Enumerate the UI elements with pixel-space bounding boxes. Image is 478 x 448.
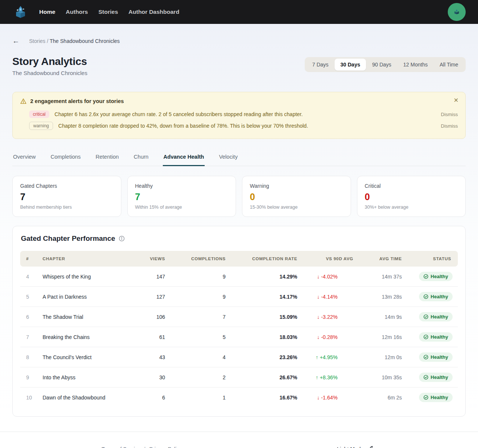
book-flame-icon	[13, 4, 28, 19]
vs-90d-avg-value: ↓ -0.28%	[297, 327, 353, 347]
views-value: 106	[117, 307, 165, 327]
time-range-7-days[interactable]: 7 Days	[306, 59, 335, 71]
tab-retention[interactable]: Retention	[95, 150, 120, 166]
status-label: Healthy	[431, 334, 448, 340]
dark-mode-button[interactable]	[369, 445, 376, 448]
close-icon[interactable]: ✕	[454, 97, 459, 103]
footer-separator: |	[144, 446, 146, 448]
completion-rate-value: 14.17%	[226, 287, 297, 307]
stat-value: 7	[135, 192, 229, 202]
footer-links: Terms of Service | Privacy Policy	[102, 446, 182, 448]
theme-toggle: Light Mode	[337, 445, 376, 448]
time-range-12-months[interactable]: 12 Months	[397, 59, 434, 71]
tab-overview[interactable]: Overview	[12, 150, 36, 166]
completions-value: 9	[165, 267, 226, 287]
stat-description: 15-30% below average	[250, 205, 343, 210]
app-logo[interactable]	[12, 4, 29, 20]
stat-description: Within 15% of average	[135, 205, 229, 210]
col-header-completions: COMPLETIONS	[165, 251, 226, 267]
time-range-90-days[interactable]: 90 Days	[366, 59, 397, 71]
privacy-policy-link[interactable]: Privacy Policy	[149, 446, 182, 448]
engagement-alerts-banner: ✕ 2 engagement alerts for your stories c…	[12, 92, 466, 139]
main-nav: Home Authors Stories Author Dashboard	[39, 9, 448, 15]
stat-value: 0	[250, 192, 343, 202]
status-label: Healthy	[431, 374, 448, 380]
chapter-name: Into the Abyss	[43, 367, 117, 388]
status-cell: Healthy	[402, 367, 458, 388]
breadcrumb-row: ← Stories / The Shadowbound Chronicles	[12, 37, 466, 44]
avg-time-value: 13m 28s	[353, 287, 402, 307]
gated-chapter-table: # CHAPTER VIEWS COMPLETIONS COMPLETION R…	[20, 251, 458, 407]
time-range-all-time[interactable]: All Time	[434, 59, 464, 71]
severity-badge-critical: critical	[29, 111, 49, 118]
completion-rate-value: 23.26%	[226, 347, 297, 367]
check-circle-icon	[423, 355, 428, 360]
vs-90d-avg-value: ↓ -1.64%	[297, 388, 353, 408]
delta-value: -4.14%	[321, 294, 338, 300]
delta-arrow-icon: ↓	[317, 294, 320, 300]
status-cell: Healthy	[402, 267, 458, 287]
chapter-number: 6	[20, 307, 43, 327]
table-row: 6 The Shadow Trial 106 7 15.09% ↓ -3.22%…	[20, 307, 458, 327]
user-avatar[interactable]	[448, 3, 466, 21]
chapter-number: 7	[20, 327, 43, 347]
back-button[interactable]: ←	[12, 37, 19, 44]
delta-value: -4.02%	[321, 274, 338, 280]
status-label: Healthy	[431, 395, 448, 400]
stat-card-critical: Critical 0 30%+ below average	[357, 176, 466, 217]
completions-value: 9	[165, 287, 226, 307]
terms-of-service-link[interactable]: Terms of Service	[102, 446, 140, 448]
table-row: 10 Dawn of the Shadowbound 6 1 16.67% ↓ …	[20, 388, 458, 408]
tab-churn[interactable]: Churn	[133, 150, 149, 166]
nav-stories[interactable]: Stories	[99, 9, 118, 15]
status-badge: Healthy	[419, 312, 453, 321]
table-row: 4 Whispers of the King 147 9 14.29% ↓ -4…	[20, 267, 458, 287]
nav-author-dashboard[interactable]: Author Dashboard	[128, 9, 179, 15]
status-label: Healthy	[431, 354, 448, 360]
delta-arrow-icon: ↓	[317, 274, 320, 280]
views-value: 6	[117, 388, 165, 408]
completion-rate-value: 18.03%	[226, 327, 297, 347]
stat-value: 7	[20, 192, 114, 202]
check-circle-icon	[423, 274, 428, 279]
vs-90d-avg-value: ↓ -4.02%	[297, 267, 353, 287]
views-value: 61	[117, 327, 165, 347]
status-label: Healthy	[431, 314, 448, 320]
delta-arrow-icon: ↓	[317, 334, 320, 340]
vs-90d-avg-value: ↓ -4.14%	[297, 287, 353, 307]
time-range-30-days[interactable]: 30 Days	[335, 59, 366, 71]
col-header-vs-90d-avg: VS 90D AVG	[297, 251, 353, 267]
completions-value: 1	[165, 388, 226, 408]
status-cell: Healthy	[402, 287, 458, 307]
avatar-book-icon	[453, 8, 461, 16]
info-icon[interactable]	[119, 236, 125, 242]
time-range-selector: 7 Days 30 Days 90 Days 12 Months All Tim…	[305, 57, 466, 72]
status-cell: Healthy	[402, 347, 458, 367]
status-badge: Healthy	[419, 332, 453, 342]
tab-completions[interactable]: Completions	[50, 150, 81, 166]
stat-card-warning: Warning 0 15-30% below average	[242, 176, 351, 217]
breadcrumb-separator: /	[46, 38, 50, 44]
chapter-number: 4	[20, 267, 43, 287]
breadcrumb-stories[interactable]: Stories	[29, 38, 46, 44]
breadcrumb-current: The Shadowbound Chronicles	[50, 38, 120, 44]
avg-time-value: 6m 2s	[353, 388, 402, 408]
dismiss-button[interactable]: Dismiss	[441, 112, 458, 117]
warning-triangle-icon	[20, 98, 27, 104]
table-title: Gated Chapter Performance	[21, 234, 115, 243]
dismiss-button[interactable]: Dismiss	[441, 123, 458, 129]
stat-description: Behind membership tiers	[20, 205, 114, 210]
chapter-name: The Shadow Trial	[43, 307, 117, 327]
completions-value: 5	[165, 327, 226, 347]
vs-90d-avg-value: ↑ +4.95%	[297, 347, 353, 367]
avg-time-value: 14m 37s	[353, 267, 402, 287]
avg-time-value: 12m 16s	[353, 327, 402, 347]
status-badge: Healthy	[419, 373, 453, 382]
views-value: 147	[117, 267, 165, 287]
completion-rate-value: 14.29%	[226, 267, 297, 287]
tab-velocity[interactable]: Velocity	[218, 150, 238, 166]
tab-advance-health[interactable]: Advance Health	[163, 150, 205, 166]
nav-authors[interactable]: Authors	[66, 9, 88, 15]
nav-home[interactable]: Home	[39, 9, 55, 15]
col-header-chapter: CHAPTER	[43, 251, 117, 267]
